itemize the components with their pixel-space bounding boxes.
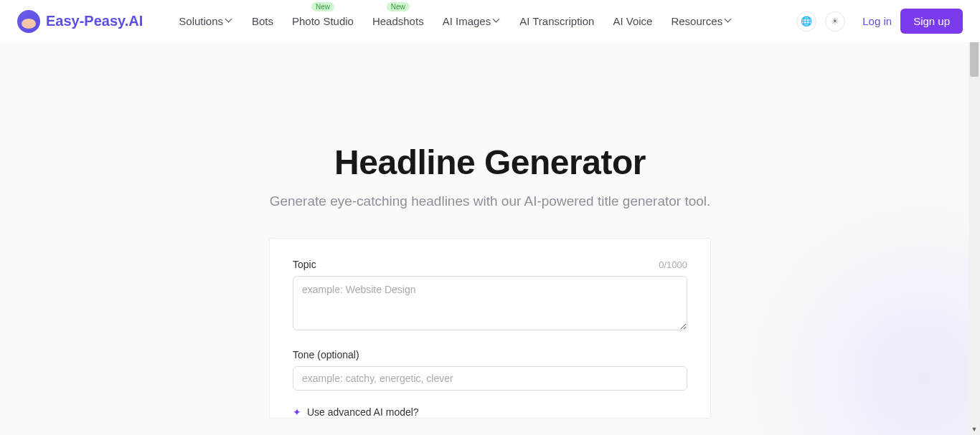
sparkle-icon: ✦ — [293, 406, 301, 418]
header-right: 🌐 ☀ Log in Sign up — [796, 9, 963, 34]
login-link[interactable]: Log in — [862, 15, 892, 27]
new-badge: New — [311, 2, 334, 11]
nav-photo-studio[interactable]: New Photo Studio — [292, 15, 354, 27]
nav-bots[interactable]: Bots — [252, 15, 273, 27]
form-card: Topic 0/1000 Tone (optional) ✦ Use advan… — [269, 238, 711, 419]
nav-label: Headshots — [372, 15, 424, 27]
nav-label: Solutions — [179, 15, 223, 27]
advanced-label: Use advanced AI model? — [307, 406, 419, 418]
field-header: Tone (optional) — [293, 349, 687, 360]
globe-icon: 🌐 — [801, 16, 812, 27]
chevron-down-icon — [725, 18, 732, 25]
logo[interactable]: Easy-Peasy.AI — [17, 10, 143, 33]
tone-label: Tone (optional) — [293, 349, 359, 360]
chevron-down-icon — [226, 18, 233, 25]
char-counter: 0/1000 — [659, 259, 687, 270]
page-subtitle: Generate eye-catching headlines with our… — [0, 193, 980, 209]
nav-resources[interactable]: Resources — [671, 15, 732, 27]
field-header: Topic 0/1000 — [293, 259, 687, 270]
nav-label: Photo Studio — [292, 15, 354, 27]
tone-field-group: Tone (optional) — [293, 349, 687, 391]
nav-label: Bots — [252, 15, 273, 27]
nav-ai-images[interactable]: AI Images — [443, 15, 501, 27]
scroll-down-arrow[interactable]: ▼ — [969, 424, 980, 435]
language-button[interactable]: 🌐 — [796, 11, 816, 32]
topic-field-group: Topic 0/1000 — [293, 259, 687, 333]
sun-icon: ☀ — [831, 16, 839, 27]
advanced-model-row[interactable]: ✦ Use advanced AI model? — [293, 406, 687, 418]
topic-input[interactable] — [293, 276, 687, 330]
theme-toggle-button[interactable]: ☀ — [825, 11, 845, 32]
signup-button[interactable]: Sign up — [900, 9, 963, 34]
nav-label: AI Voice — [613, 15, 652, 27]
nav-ai-transcription[interactable]: AI Transcription — [519, 15, 594, 27]
nav-label: AI Images — [443, 15, 491, 27]
main-nav: Solutions Bots New Photo Studio New Head… — [179, 15, 796, 27]
tone-input[interactable] — [293, 366, 687, 391]
new-badge: New — [387, 2, 410, 11]
brand-name: Easy-Peasy.AI — [46, 13, 143, 29]
nav-headshots[interactable]: New Headshots — [372, 15, 424, 27]
nav-label: Resources — [671, 15, 722, 27]
main-content: Headline Generator Generate eye-catching… — [0, 42, 980, 419]
nav-solutions[interactable]: Solutions — [179, 15, 233, 27]
nav-label: AI Transcription — [519, 15, 594, 27]
nav-ai-voice[interactable]: AI Voice — [613, 15, 652, 27]
topic-label: Topic — [293, 259, 316, 270]
chevron-down-icon — [494, 18, 501, 25]
page-title: Headline Generator — [0, 143, 980, 182]
logo-icon — [17, 10, 40, 33]
header: Easy-Peasy.AI Solutions Bots New Photo S… — [0, 0, 980, 42]
